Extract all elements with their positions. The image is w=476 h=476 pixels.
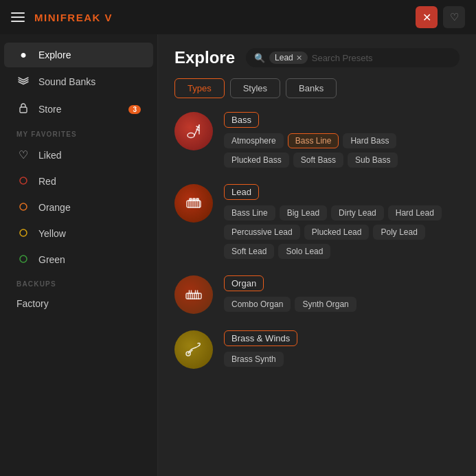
sidebar-item-yellow[interactable]: Yellow bbox=[4, 221, 153, 246]
main-tag-brass[interactable]: Brass & Winds bbox=[224, 330, 297, 346]
sub-tag[interactable]: Synth Organ bbox=[295, 297, 356, 312]
category-content-bass: Bass Atmosphere Bass Line Hard Bass Pluc… bbox=[224, 112, 460, 168]
sub-tag[interactable]: Soft Lead bbox=[224, 244, 274, 259]
category-card-bass: Bass Atmosphere Bass Line Hard Bass Pluc… bbox=[174, 112, 460, 168]
svg-rect-0 bbox=[20, 107, 27, 113]
sub-tag[interactable]: Poly Lead bbox=[373, 225, 424, 240]
sub-tag[interactable]: Sub Bass bbox=[348, 152, 398, 168]
store-badge: 3 bbox=[128, 105, 141, 114]
sub-tag[interactable]: Plucked Lead bbox=[304, 225, 370, 240]
active-filter-tag[interactable]: Lead ✕ bbox=[269, 52, 308, 64]
sidebar-item-red[interactable]: Red bbox=[4, 169, 153, 194]
sidebar: ● Explore Sound Banks Store 3 bbox=[0, 34, 158, 476]
svg-rect-19 bbox=[196, 199, 199, 201]
main-tag-lead[interactable]: Lead bbox=[224, 184, 259, 200]
sub-tag[interactable]: Big Lead bbox=[280, 205, 327, 220]
heart-icon: ♡ bbox=[450, 11, 459, 23]
sidebar-item-label: Factory bbox=[16, 298, 49, 309]
main-container: ● Explore Sound Banks Store 3 bbox=[0, 34, 476, 476]
content-area: Explore 🔍 Lead ✕ Search Presets Types St… bbox=[158, 34, 476, 476]
sidebar-item-label: Liked bbox=[38, 150, 61, 161]
color-dot-orange bbox=[16, 201, 30, 214]
sidebar-item-label: Green bbox=[38, 254, 65, 265]
tags-row-lead: Bass Line Big Lead Dirty Lead Hard Lead … bbox=[224, 205, 460, 259]
favorite-button[interactable]: ♡ bbox=[443, 6, 465, 28]
sub-tag[interactable]: Percussive Lead bbox=[224, 225, 300, 240]
sidebar-item-sound-banks[interactable]: Sound Banks bbox=[4, 69, 153, 95]
search-icon: 🔍 bbox=[254, 53, 265, 63]
sub-tag[interactable]: Plucked Bass bbox=[224, 152, 289, 168]
sidebar-item-factory[interactable]: Factory bbox=[4, 292, 153, 315]
category-icon-bass bbox=[174, 112, 213, 150]
filter-tag-label: Lead bbox=[275, 53, 293, 63]
backups-section-label: BACKUPS bbox=[0, 273, 157, 291]
layers-icon bbox=[16, 75, 30, 89]
header-right: ✕ ♡ bbox=[416, 6, 465, 28]
sidebar-item-liked[interactable]: ♡ Liked bbox=[4, 142, 153, 168]
category-row: Organ Combo Organ Synth Organ bbox=[174, 275, 460, 314]
sidebar-item-label: Red bbox=[38, 176, 56, 187]
sub-tag[interactable]: Hard Bass bbox=[343, 133, 396, 148]
svg-point-1 bbox=[20, 177, 27, 184]
tags-row-brass: Brass Synth bbox=[224, 352, 460, 367]
favorites-section-label: MY FAVORITES bbox=[0, 124, 157, 141]
svg-point-4 bbox=[20, 256, 27, 262]
category-content-lead: Lead Bass Line Big Lead Dirty Lead Hard … bbox=[224, 184, 460, 259]
filter-btn-styles[interactable]: Styles bbox=[230, 78, 280, 98]
sidebar-item-label: Orange bbox=[38, 202, 71, 213]
sidebar-item-explore[interactable]: ● Explore bbox=[4, 43, 153, 67]
main-tag-organ[interactable]: Organ bbox=[224, 275, 264, 291]
sub-tag[interactable]: Bass Line bbox=[224, 205, 275, 220]
sidebar-item-orange[interactable]: Orange bbox=[4, 195, 153, 220]
color-dot-green bbox=[16, 253, 30, 266]
remove-filter-icon[interactable]: ✕ bbox=[296, 54, 302, 63]
filter-btn-banks[interactable]: Banks bbox=[286, 78, 337, 98]
category-icon-organ bbox=[174, 275, 213, 314]
category-content-organ: Organ Combo Organ Synth Organ bbox=[224, 275, 460, 312]
category-row: Bass Atmosphere Bass Line Hard Bass Pluc… bbox=[174, 112, 460, 168]
app-header: MINIFREAK V ✕ ♡ bbox=[0, 0, 476, 34]
sidebar-item-label: Yellow bbox=[38, 228, 66, 239]
sub-tag[interactable]: Brass Synth bbox=[224, 352, 284, 367]
filter-buttons-row: Types Styles Banks bbox=[174, 78, 460, 98]
svg-point-5 bbox=[188, 133, 194, 138]
sub-tag[interactable]: Solo Lead bbox=[278, 244, 330, 259]
category-card-lead: Lead Bass Line Big Lead Dirty Lead Hard … bbox=[174, 184, 460, 259]
close-button[interactable]: ✕ bbox=[416, 6, 438, 28]
category-content-brass: Brass & Winds Brass Synth bbox=[224, 330, 460, 367]
category-card-organ: Organ Combo Organ Synth Organ bbox=[174, 275, 460, 314]
svg-point-3 bbox=[20, 229, 27, 236]
app-title: MINIFREAK V bbox=[34, 12, 113, 23]
tags-row-bass: Atmosphere Bass Line Hard Bass Plucked B… bbox=[224, 133, 460, 168]
sidebar-item-green[interactable]: Green bbox=[4, 247, 153, 272]
filter-btn-types[interactable]: Types bbox=[174, 78, 225, 98]
lock-icon bbox=[16, 102, 30, 116]
svg-rect-18 bbox=[193, 199, 195, 201]
sub-tag[interactable]: Combo Organ bbox=[224, 297, 291, 312]
svg-rect-17 bbox=[190, 199, 192, 201]
sub-tag[interactable]: Hard Lead bbox=[388, 205, 442, 220]
category-icon-brass bbox=[174, 330, 213, 369]
sub-tag[interactable]: Soft Bass bbox=[293, 152, 343, 168]
category-icon-lead bbox=[174, 184, 213, 223]
header-left: MINIFREAK V bbox=[11, 12, 113, 23]
search-bar[interactable]: 🔍 Lead ✕ Search Presets bbox=[246, 48, 460, 67]
sidebar-item-label: Explore bbox=[38, 49, 71, 60]
hamburger-menu[interactable] bbox=[11, 12, 25, 22]
search-placeholder: Search Presets bbox=[312, 53, 373, 63]
category-card-brass: Brass & Winds Brass Synth bbox=[174, 330, 460, 369]
category-row: Brass & Winds Brass Synth bbox=[174, 330, 460, 369]
tags-row-organ: Combo Organ Synth Organ bbox=[224, 297, 460, 312]
main-tag-bass[interactable]: Bass bbox=[224, 112, 259, 128]
sub-tag[interactable]: Dirty Lead bbox=[331, 205, 384, 220]
color-dot-red bbox=[16, 175, 30, 188]
sidebar-item-label: Sound Banks bbox=[38, 76, 95, 87]
color-dot-yellow bbox=[16, 227, 30, 240]
circle-icon: ● bbox=[16, 49, 30, 61]
close-icon: ✕ bbox=[422, 11, 431, 24]
page-title: Explore bbox=[174, 48, 235, 67]
category-row: Lead Bass Line Big Lead Dirty Lead Hard … bbox=[174, 184, 460, 259]
sidebar-item-store[interactable]: Store 3 bbox=[4, 96, 153, 122]
sub-tag-highlighted[interactable]: Bass Line bbox=[288, 133, 339, 148]
sub-tag[interactable]: Atmosphere bbox=[224, 133, 284, 148]
